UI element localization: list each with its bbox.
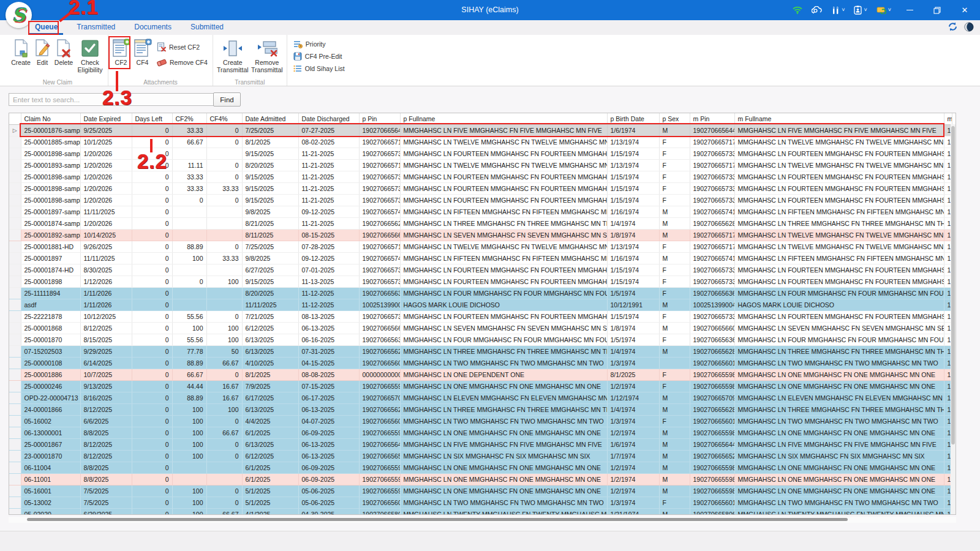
table-row[interactable]: 05-020206/29/2025010066.674/1/202504-30-… <box>9 509 952 515</box>
cell[interactable]: 25-00000246 <box>21 381 80 392</box>
cell[interactable]: 05-06-2025 <box>298 485 359 497</box>
cell[interactable]: 190270665733 <box>690 311 734 323</box>
cell[interactable]: MMGHAHSC LN TWO MMGHAHSC FN TWO MMGHAHSC… <box>734 497 944 509</box>
cell[interactable]: MMGHAHSC LN FOURTEEN MMGHAHSC FN FOURTEE… <box>400 195 607 206</box>
cell[interactable]: MMGHAHSC LN FIFTEEN MMGHAHSC FN FIFTEEN … <box>734 253 944 264</box>
cell[interactable]: 6/29/2025 <box>80 509 132 515</box>
cell[interactable]: 05-16002 <box>21 416 80 427</box>
cell[interactable]: 55.56 <box>172 334 206 346</box>
cell[interactable]: MMGHAHSC LN FOURTEEN MMGHAHSC FN FOURTEE… <box>400 183 607 195</box>
cell[interactable]: 0 <box>132 171 172 183</box>
cell[interactable]: 25-00001898 <box>21 276 80 288</box>
cell[interactable]: 1/15/1974 <box>607 276 659 288</box>
column-header[interactable]: p Pin <box>359 113 400 125</box>
cell[interactable]: M <box>659 392 690 404</box>
cell[interactable]: 190270665598 <box>359 381 400 392</box>
cell[interactable]: 190270665601 <box>690 416 734 427</box>
cell[interactable]: 4/1/2025 <box>242 509 298 515</box>
cell[interactable]: 7/21/2025 <box>242 311 298 323</box>
cell[interactable]: 11/11/2025 <box>80 206 132 218</box>
cell[interactable]: 6/13/2025 <box>242 346 298 358</box>
cell[interactable]: 1/2/1974 <box>607 474 659 485</box>
cell[interactable] <box>206 288 242 299</box>
delete-button[interactable]: Delete <box>53 36 75 66</box>
cell[interactable]: 66.67 <box>172 137 206 148</box>
table-row[interactable]: 06-130000018/8/2025010066.676/1/202506-0… <box>9 427 952 439</box>
cell[interactable] <box>206 206 242 218</box>
cell[interactable]: 190270665733 <box>359 276 400 288</box>
create-button[interactable]: Create <box>10 36 32 66</box>
vertical-scrollbar-thumb[interactable] <box>951 126 955 444</box>
cell[interactable]: MMGHAHSC LN ONE MMGHAHSC FN ONE MMGHAHSC… <box>734 427 944 439</box>
check-eligibility-button[interactable]: Check Eligibility <box>75 36 105 73</box>
cell[interactable]: MMGHAHSC LN ONE MMGHAHSC FN ONE MMGHAHSC… <box>400 462 607 474</box>
cell[interactable]: MMGHAHSC LN TWO MMGHAHSC FN TWO MMGHAHSC… <box>400 416 607 427</box>
cell[interactable]: 190270665644 <box>359 125 400 137</box>
cell[interactable]: 25-11111894 <box>21 288 80 299</box>
cell[interactable]: F <box>659 334 690 346</box>
cell[interactable]: 25-00001876-sample <box>21 125 80 137</box>
cell[interactable]: 0 <box>132 381 172 392</box>
cell[interactable]: 11-21-2025 <box>298 160 359 171</box>
cell[interactable]: M <box>659 230 690 241</box>
cell[interactable]: 25-00001874-sample <box>21 218 80 230</box>
cell[interactable]: 1/20/2026 <box>80 183 132 195</box>
cell[interactable]: 25-00001898-sample <box>21 195 80 206</box>
cell[interactable]: 1/11/2026 <box>80 299 132 311</box>
cell[interactable]: 100 <box>172 427 206 439</box>
cell[interactable]: 11-21-2025 <box>298 148 359 160</box>
cell[interactable]: 190270665806 <box>359 509 400 515</box>
cell[interactable]: 66.67 <box>206 358 242 369</box>
cell[interactable]: 05-13002 <box>21 497 80 509</box>
cell[interactable]: 10/12/1991 <box>607 299 659 311</box>
cell[interactable]: 1/4/1974 <box>607 404 659 416</box>
cell[interactable]: 24-00001866 <box>21 404 80 416</box>
cell[interactable]: 190270665733 <box>690 195 734 206</box>
remove-transmittal-button[interactable]: Remove Transmittal <box>250 36 284 73</box>
column-header[interactable]: CF2% <box>172 113 206 125</box>
cell[interactable]: 100 <box>172 439 206 451</box>
cell[interactable]: 9/15/2025 <box>242 148 298 160</box>
cell[interactable]: MMGHAHSC LN TWENTY MMGHAHSC FN TWENTY MM… <box>400 509 607 515</box>
cell[interactable] <box>206 230 242 241</box>
cell[interactable]: 25-00001881-HD <box>21 241 80 253</box>
cell[interactable]: 7/5/2025 <box>80 497 132 509</box>
cell[interactable]: 0 <box>132 323 172 334</box>
cell[interactable]: 1/2/1974 <box>607 485 659 497</box>
id-badge-icon[interactable]: ˅ <box>854 6 867 15</box>
cell[interactable]: 190270665601 <box>359 416 400 427</box>
cell[interactable]: 0 <box>132 299 172 311</box>
cell[interactable]: 88.89 <box>172 358 206 369</box>
cell[interactable]: 11-21-2025 <box>298 195 359 206</box>
cell[interactable] <box>659 358 690 369</box>
table-row[interactable]: 25-2222187810/12/2025055.5607/21/202508-… <box>9 311 952 323</box>
cell[interactable]: 1/20/2026 <box>80 171 132 183</box>
cell[interactable] <box>172 474 206 485</box>
cell[interactable]: 0 <box>132 288 172 299</box>
cell[interactable]: 7/25/2025 <box>242 241 298 253</box>
cell[interactable]: 190270665717 <box>359 137 400 148</box>
cell[interactable]: 0 <box>132 125 172 137</box>
cell[interactable]: 11-21-2025 <box>298 171 359 183</box>
cell[interactable]: 1/13/1974 <box>607 160 659 171</box>
cell[interactable]: M <box>659 218 690 230</box>
table-row[interactable]: 25-00001893-sample1/20/2026011.1108/20/2… <box>9 160 952 171</box>
cell[interactable]: 7/9/2025 <box>242 381 298 392</box>
table-row[interactable]: 25-00001885-smaple10/1/2025066.6708/1/20… <box>9 137 952 148</box>
cell[interactable]: 100 <box>172 497 206 509</box>
cell[interactable]: 0 <box>132 137 172 148</box>
cell[interactable]: 8/1/2025 <box>242 369 298 381</box>
cell[interactable]: F <box>659 416 690 427</box>
cell[interactable]: 190270665709 <box>690 392 734 404</box>
cell[interactable]: 09-12-2025 <box>298 206 359 218</box>
cell[interactable]: 1/4/1974 <box>607 218 659 230</box>
cell[interactable]: F <box>659 381 690 392</box>
cloud-sync-icon[interactable] <box>812 6 823 14</box>
column-header[interactable]: Claim No <box>21 113 80 125</box>
cell[interactable]: 190270665636 <box>690 288 734 299</box>
cell[interactable] <box>206 462 242 474</box>
cell[interactable]: 11-13-2025 <box>298 276 359 288</box>
cell[interactable]: 66.67 <box>172 369 206 381</box>
cell[interactable]: 190270665733 <box>690 171 734 183</box>
column-header[interactable]: CF4% <box>206 113 242 125</box>
